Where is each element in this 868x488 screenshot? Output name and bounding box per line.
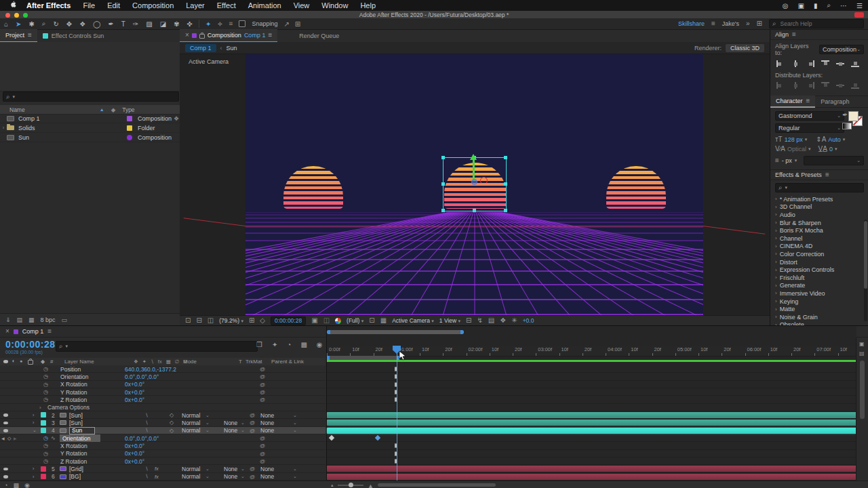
layer-label-chip[interactable] — [41, 474, 46, 479]
channel-settings-icon[interactable] — [335, 318, 341, 324]
axis-world-icon[interactable]: ✧ — [217, 20, 222, 28]
project-item-row[interactable]: ›SolidsFolder — [0, 123, 180, 133]
fast-preview-icon[interactable]: ↯ — [477, 317, 482, 324]
motion-blur-icon[interactable]: ◉ — [317, 341, 323, 348]
property-name[interactable]: X Rotation — [60, 442, 87, 449]
group-expand-chevron[interactable]: › — [39, 404, 41, 411]
menu-item-edit[interactable]: Edit — [101, 1, 126, 9]
expression-graph-icon[interactable]: ∿ — [51, 434, 56, 442]
trash-icon[interactable]: ▭ — [62, 317, 68, 323]
pick-whip-icon[interactable]: @ — [260, 458, 265, 465]
parent-pick-whip[interactable]: @ — [250, 427, 255, 434]
tab-effect-controls[interactable]: Effect Controls Sun — [37, 30, 109, 42]
screen-mirroring-icon[interactable]: ▣ — [797, 2, 804, 9]
project-item-name[interactable]: Comp 1 — [18, 115, 40, 122]
parent-dropdown[interactable]: None — [260, 419, 274, 426]
fx-switch[interactable]: fx — [155, 473, 159, 481]
stopwatch-icon[interactable]: ◷ — [43, 373, 48, 380]
tab-character[interactable]: Character≡ — [770, 96, 815, 108]
workspace-switcher-icon[interactable]: ⊞ — [757, 20, 762, 27]
next-keyframe-button[interactable]: ▶ — [14, 434, 17, 442]
show-snapshot-icon[interactable]: ◫ — [323, 317, 330, 324]
project-search-field[interactable]: ⌕▾ — [3, 92, 179, 102]
creative-cloud-icon[interactable]: ◎ — [783, 2, 789, 9]
property-name[interactable]: Y Rotation — [60, 450, 87, 458]
lock-column-icon[interactable] — [28, 360, 33, 365]
expand-chevron-icon[interactable]: › — [775, 259, 777, 265]
align-ch-button[interactable] — [790, 60, 801, 68]
property-row[interactable]: ◀◇▶◷∿Orientation0.0°,0.0°,0.0°@ — [0, 434, 326, 442]
layer-visibility-toggle[interactable] — [3, 475, 8, 479]
expand-chevron-icon[interactable]: › — [775, 196, 777, 202]
comp-mini-flowchart-icon[interactable]: ❒ — [256, 341, 262, 348]
layer-duration-bar[interactable] — [327, 428, 856, 434]
project-item-name[interactable]: Solids — [18, 125, 35, 131]
property-row[interactable]: ◷X Rotation0x+0.0°@ — [0, 381, 326, 388]
breadcrumb-sun[interactable]: Sun — [226, 45, 237, 52]
add-keyframe-button[interactable]: ◇ — [7, 434, 11, 442]
effects-presets-header[interactable]: Effects & Presets≡ — [770, 170, 868, 180]
effects-category[interactable]: ›3D Channel — [770, 203, 868, 211]
property-name[interactable]: Z Rotation — [60, 396, 87, 403]
y-axis-arrow[interactable] — [473, 159, 475, 181]
menu-item-file[interactable]: File — [77, 1, 101, 9]
pick-whip-icon[interactable]: @ — [260, 450, 265, 458]
expand-chevron-icon[interactable]: › — [775, 298, 777, 304]
expand-chevron-icon[interactable]: › — [775, 204, 777, 210]
shy-toggle-icon[interactable]: ◔ — [4, 482, 7, 488]
property-value[interactable]: 0x+0.0° — [125, 442, 144, 449]
property-row[interactable]: ◷Position640.0,360.0,-1377.2@ — [0, 365, 326, 373]
quality-switch[interactable]: ∖ — [145, 473, 148, 481]
zoom-tool[interactable]: ⌕ — [42, 20, 46, 28]
skillshare-workspace-tab[interactable]: Skillshare — [678, 20, 705, 27]
stopwatch-icon[interactable]: ◷ — [43, 365, 48, 373]
parent-dropdown[interactable]: None — [260, 473, 274, 481]
trkmat-dropdown[interactable]: None — [224, 473, 237, 481]
align-cv-button[interactable] — [835, 60, 846, 68]
project-item-row[interactable]: SunComposition — [0, 133, 180, 142]
column-name[interactable]: Name — [0, 106, 25, 113]
column-layer-name[interactable]: Layer Name — [64, 358, 94, 365]
layer-visibility-toggle[interactable] — [3, 429, 8, 432]
parent-dropdown[interactable]: None — [260, 427, 274, 434]
parent-pick-whip[interactable]: @ — [250, 411, 255, 419]
menu-item-animation[interactable]: Animation — [242, 1, 288, 9]
layer-duration-bar[interactable] — [327, 412, 856, 418]
effects-category[interactable]: ›Audio — [770, 211, 868, 219]
expand-chevron-icon[interactable]: › — [775, 251, 777, 257]
baseline-value[interactable]: - px — [782, 157, 792, 164]
stroke-style-chip[interactable] — [842, 123, 852, 129]
snap-guides-icon[interactable]: ↗ — [283, 20, 289, 28]
blend-mode-dropdown[interactable]: Normal — [182, 411, 200, 419]
zoom-level-dropdown[interactable]: (79.2%) ▾ — [219, 317, 243, 324]
dual-view-icon[interactable]: ◫ — [208, 317, 214, 324]
layer-name[interactable]: [Grid] — [69, 465, 83, 472]
flowchart-button-icon[interactable]: ❖ — [500, 317, 506, 324]
property-row[interactable]: ◷Y Rotation0x+0.0°@ — [0, 450, 326, 458]
view-layout-dropdown[interactable]: 1 View ▾ — [439, 317, 460, 324]
property-value[interactable]: 0x+0.0° — [125, 450, 144, 458]
color-depth-label[interactable]: 8 bpc — [41, 317, 56, 323]
orbit-camera-tool[interactable]: ✥ — [66, 20, 72, 28]
blend-mode-dropdown[interactable]: Normal — [182, 465, 200, 472]
property-value[interactable]: 0.0°,0.0°,0.0° — [125, 373, 159, 380]
app-menu-title[interactable]: After Effects — [20, 1, 77, 9]
property-row[interactable]: ◷Z Rotation0x+0.0°@ — [0, 396, 326, 403]
column-mode[interactable]: Mode — [183, 358, 197, 365]
puppet-pin-tool[interactable]: ✜ — [187, 20, 193, 28]
tab-composition[interactable]: × Composition Comp 1 ≡ — [180, 29, 277, 43]
parent-pick-whip[interactable]: @ — [250, 419, 255, 426]
tracking-value[interactable]: 0 — [829, 146, 833, 152]
blend-mode-caret[interactable]: ⌄ — [205, 427, 210, 434]
parent-caret[interactable]: ⌄ — [293, 465, 297, 472]
brush-tool[interactable]: ✑ — [133, 20, 138, 28]
expand-chevron-icon[interactable]: › — [775, 306, 777, 312]
3d-layer-switch[interactable]: ◇ — [170, 419, 174, 426]
property-name[interactable]: Z Rotation — [60, 458, 87, 465]
menu-item-layer[interactable]: Layer — [180, 1, 211, 9]
blend-mode-caret[interactable]: ⌄ — [205, 419, 210, 426]
selection-tool[interactable]: ➤ — [16, 20, 21, 28]
effects-category[interactable]: ›CINEMA 4D — [770, 243, 868, 251]
hand-tool[interactable]: ✱ — [28, 20, 34, 28]
stopwatch-icon[interactable]: ◷ — [43, 388, 48, 396]
